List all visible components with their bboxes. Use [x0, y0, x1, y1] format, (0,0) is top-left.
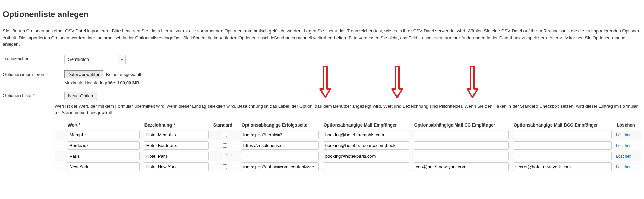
col-wert: Wert * [65, 120, 142, 130]
col-del: Löschen [614, 120, 641, 130]
mail-input[interactable] [323, 162, 409, 171]
col-std: Standard [211, 120, 239, 130]
table-row: ⋮Löschen [55, 140, 641, 151]
table-row: ⋮Löschen [55, 161, 641, 172]
table-row: ⋮Löschen [55, 130, 641, 140]
col-cc: Optionsabhängige Mail CC Empfänger [412, 120, 511, 130]
cc-input[interactable] [414, 131, 509, 139]
bezeichnung-input[interactable] [144, 152, 209, 160]
table-row: ⋮Löschen [55, 151, 641, 161]
trennzeichen-value: Semikolon [65, 55, 118, 64]
annotation-arrow-icon [466, 65, 479, 99]
standard-checkbox[interactable] [223, 143, 227, 148]
delete-link[interactable]: Löschen [616, 143, 631, 148]
delete-link[interactable]: Löschen [616, 164, 631, 169]
bezeichnung-input[interactable] [144, 131, 209, 139]
col-bcc: Optionsabhängige Mail BCC Empfänger [511, 120, 614, 130]
file-select-button[interactable]: Datei auswählen [64, 70, 103, 78]
drag-handle-icon[interactable]: ⋮ [55, 151, 65, 161]
mail-input[interactable] [323, 141, 409, 150]
wert-input[interactable] [67, 162, 140, 171]
file-status: Keine ausgewählt [106, 72, 141, 77]
bcc-input[interactable] [513, 152, 612, 160]
col-mail: Optionsabhängige Mail Empfänger [321, 120, 412, 130]
standard-checkbox[interactable] [223, 164, 227, 169]
standard-checkbox[interactable] [223, 154, 227, 158]
bcc-input[interactable] [513, 131, 612, 139]
liste-label: Optionen Liste * [3, 92, 64, 98]
wert-input[interactable] [67, 131, 140, 139]
bcc-input[interactable] [513, 162, 612, 171]
trennzeichen-label: Trennzeichen [3, 55, 64, 61]
delete-link[interactable]: Löschen [616, 133, 631, 137]
annotation-arrow-icon [318, 65, 332, 99]
col-bez: Bezeichnung * [142, 120, 211, 130]
cc-input[interactable] [414, 152, 509, 160]
bcc-input[interactable] [513, 141, 612, 150]
bezeichnung-input[interactable] [144, 162, 209, 171]
maxsize-label: Maximale Hochladegröße: [64, 80, 116, 85]
new-option-button[interactable]: Neue Option [64, 92, 97, 100]
annotation-arrow-icon [390, 65, 404, 99]
mail-input[interactable] [323, 131, 409, 139]
wert-input[interactable] [67, 141, 140, 150]
page-input[interactable] [241, 152, 319, 160]
drag-handle-icon[interactable]: ⋮ [55, 130, 65, 140]
import-label: Optionen importieren [3, 70, 64, 77]
intro-text: Sie können Optionen aus einer CSV Datei … [3, 28, 641, 48]
mail-input[interactable] [323, 152, 409, 160]
delete-link[interactable]: Löschen [616, 154, 631, 159]
standard-checkbox[interactable] [223, 133, 227, 137]
page-input[interactable] [241, 131, 319, 139]
chevron-down-icon[interactable] [118, 55, 125, 64]
drag-handle-icon[interactable]: ⋮ [55, 140, 65, 151]
wert-input[interactable] [67, 152, 140, 160]
trennzeichen-select[interactable]: Semikolon [64, 55, 126, 64]
options-table: Wert * Bezeichnung * Standard Optionsabh… [55, 120, 641, 172]
drag-handle-icon[interactable]: ⋮ [55, 161, 65, 172]
page-input[interactable] [241, 162, 319, 171]
bezeichnung-input[interactable] [144, 141, 209, 150]
page-title: Optionenliste anlegen [3, 10, 641, 19]
cc-input[interactable] [414, 141, 509, 150]
page-input[interactable] [241, 141, 319, 150]
col-page: Optionsabhängige Erfolgsseite [239, 120, 321, 130]
cc-input[interactable] [414, 162, 509, 171]
maxsize-value: 100,00 MB [117, 80, 139, 85]
help-text: Wert ist der Wert, der mit dem Formular … [55, 103, 641, 116]
